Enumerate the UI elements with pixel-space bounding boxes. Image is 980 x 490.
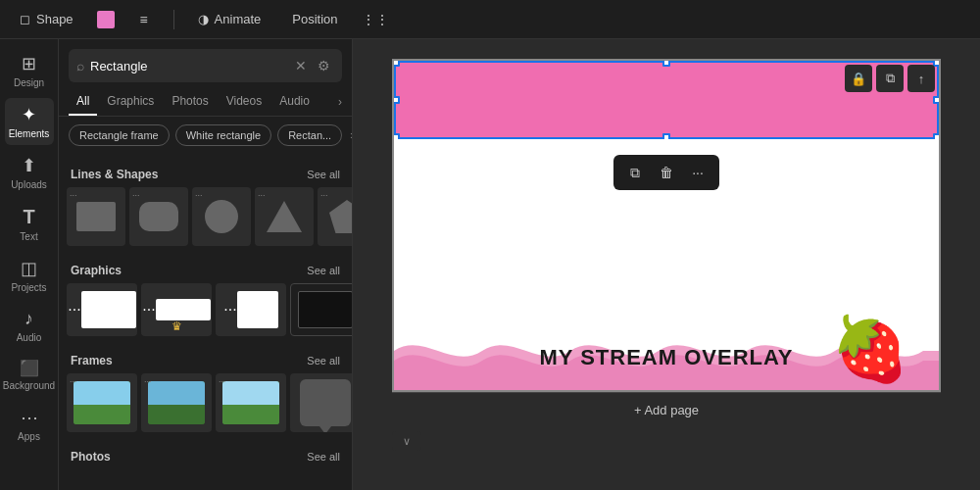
layout-icon[interactable]: ≡ [130, 6, 158, 33]
shape-dot-menu[interactable]: ··· [195, 190, 203, 200]
frame-dot-menu[interactable]: ··· [219, 376, 226, 386]
graphics-see-all[interactable]: See all [307, 265, 340, 276]
speech-bubble-preview [300, 379, 351, 426]
shape-menu[interactable]: ◻ Shape [12, 8, 81, 30]
frames-grid: ··· ··· ··· [59, 373, 352, 440]
tab-videos[interactable]: Videos [219, 88, 270, 116]
design-canvas[interactable]: ⧉ 🗑 ··· MY STREAM OVERLAY 🍓 [392, 59, 941, 392]
chip-white-rectangle[interactable]: White rectangle [175, 124, 271, 146]
panel-content: Lines & Shapes See all ··· ··· ··· ··· [59, 154, 352, 490]
shape-dot-menu[interactable]: ··· [70, 190, 77, 200]
shape-pentagon-item[interactable]: ··· [318, 187, 352, 246]
handle-tm[interactable] [662, 59, 670, 67]
frame-ground-2 [148, 405, 205, 424]
canvas-wrapper: 🔒 ⧉ ↑ [392, 59, 941, 451]
graphics-grid: ··· ··· ♛ ··· › [59, 283, 352, 344]
frame-landscape-3[interactable]: ··· [216, 373, 286, 432]
shape-circle-item[interactable]: ··· [192, 187, 251, 246]
tab-photos[interactable]: Photos [164, 88, 216, 116]
tab-all[interactable]: All [69, 88, 97, 116]
frames-see-all[interactable]: See all [307, 355, 340, 367]
frame-sky-3 [222, 381, 279, 405]
copy-button[interactable]: ⧉ [621, 159, 649, 186]
graphic-white-wide[interactable]: ··· ♛ [141, 283, 212, 336]
strawberry-graphic: 🍓 [831, 318, 909, 380]
frame-ground-3 [222, 405, 279, 424]
canvas-area: 🔒 ⧉ ↑ [353, 39, 980, 490]
handle-ml[interactable] [392, 96, 400, 104]
shape-dot-menu[interactable]: ··· [132, 190, 140, 200]
sidebar-item-uploads[interactable]: ⬆ Uploads [5, 149, 54, 196]
divider [173, 10, 174, 29]
sidebar-item-projects[interactable]: ◫ Projects [5, 252, 54, 299]
shape-dot-menu[interactable]: ··· [320, 190, 328, 200]
apps-icon: ⋯ [21, 407, 38, 428]
add-page-bar[interactable]: + Add page [392, 392, 941, 427]
frame-landscape-2[interactable]: ··· [141, 373, 212, 432]
graphics-header: Graphics See all [59, 254, 352, 283]
chip-rectan[interactable]: Rectan... [277, 124, 342, 146]
position-menu[interactable]: Position [284, 8, 345, 30]
tabs-more-icon[interactable]: › [338, 95, 342, 109]
dark-rect-preview [298, 291, 352, 328]
filter-button[interactable]: ⚙ [313, 55, 334, 76]
graphic-white-sq[interactable]: ··· [216, 283, 286, 336]
grid-icon[interactable]: ⋮⋮ [362, 6, 389, 33]
white-sq-preview [237, 291, 278, 328]
sidebar-item-audio[interactable]: ♪ Audio [5, 303, 54, 349]
frame-dot-menu[interactable]: ··· [70, 376, 77, 386]
audio-icon: ♪ [24, 309, 33, 329]
frame-sky [74, 381, 130, 405]
share-button[interactable]: ⧉ [876, 65, 904, 92]
sidebar-item-text[interactable]: T Text [5, 200, 54, 248]
lock-button[interactable]: 🔒 [845, 65, 872, 92]
top-bar: ◻ Shape ≡ ◑ Animate Position ⋮⋮ [0, 0, 980, 39]
animate-menu[interactable]: ◑ Animate [190, 8, 270, 30]
graphic-dot-menu[interactable]: ··· [223, 301, 236, 318]
graphic-white-rect[interactable]: ··· [67, 283, 137, 336]
background-icon: ⬛ [20, 359, 39, 377]
delete-button[interactable]: 🗑 [653, 159, 680, 186]
shape-round-item[interactable]: ··· [129, 187, 188, 246]
icon-strip: ⊞ Design ✦ Elements ⬆ Uploads T Text ◫ P… [0, 39, 59, 490]
text-icon: T [23, 206, 34, 228]
shape-dot-menu[interactable]: ··· [258, 190, 266, 200]
graphic-dot-menu[interactable]: ··· [68, 301, 80, 318]
download-button[interactable]: ↑ [907, 65, 935, 92]
clear-button[interactable]: ✕ [295, 58, 307, 74]
sidebar-item-elements[interactable]: ✦ Elements [5, 98, 54, 145]
design-icon: ⊞ [22, 53, 36, 74]
chip-rectangle-frame[interactable]: Rectangle frame [69, 124, 170, 146]
projects-icon: ◫ [21, 258, 37, 279]
lines-shapes-grid: ··· ··· ··· ··· ··· [59, 187, 352, 254]
stream-overlay-text: MY STREAM OVERLAY [539, 345, 793, 370]
shape-circle-preview [205, 200, 238, 233]
lines-shapes-see-all[interactable]: See all [307, 169, 340, 180]
color-swatch[interactable] [97, 11, 115, 28]
animate-label: Animate [215, 12, 262, 26]
frame-dot-menu[interactable]: ··· [144, 376, 152, 386]
frame-speech-bubble[interactable] [290, 373, 352, 432]
sidebar-item-background[interactable]: ⬛ Background [5, 353, 54, 397]
shape-label: Shape [36, 12, 74, 26]
photos-see-all[interactable]: See all [307, 451, 340, 463]
frame-landscape-1[interactable]: ··· [67, 373, 137, 432]
frames-header: Frames See all [59, 344, 352, 373]
sidebar-item-apps[interactable]: ⋯ Apps [5, 401, 54, 448]
sidebar-item-design[interactable]: ⊞ Design [5, 47, 54, 94]
graphic-dark-rect[interactable] [290, 283, 352, 336]
shape-triangle-item[interactable]: ··· [255, 187, 314, 246]
search-input[interactable] [90, 59, 289, 74]
bottom-handle[interactable]: ∨ [392, 431, 421, 451]
shape-rect-item[interactable]: ··· [67, 187, 125, 246]
handle-tl[interactable] [392, 59, 400, 67]
graphic-dot-menu[interactable]: ··· [142, 301, 155, 318]
handle-mr[interactable] [933, 96, 941, 104]
frame-landscape-preview [74, 381, 130, 424]
more-button[interactable]: ··· [684, 159, 711, 186]
tab-graphics[interactable]: Graphics [99, 88, 162, 116]
frame-sky-2 [148, 381, 205, 405]
lines-shapes-header: Lines & Shapes See all [59, 158, 352, 187]
uploads-icon: ⬆ [22, 155, 36, 176]
tab-audio[interactable]: Audio [271, 88, 318, 116]
